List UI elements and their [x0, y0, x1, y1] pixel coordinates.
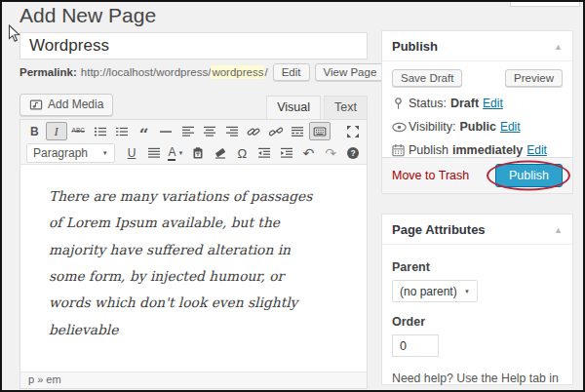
media-icon — [29, 98, 43, 111]
align-left-button[interactable] — [177, 122, 199, 140]
read-more-button[interactable] — [288, 122, 309, 140]
pin-icon — [392, 97, 409, 110]
editor-content[interactable]: There are many variations of passages of… — [20, 165, 367, 372]
collapse-toggle-icon[interactable]: ▲ — [554, 42, 563, 52]
chevron-down-icon: ▼ — [177, 150, 183, 156]
edit-visibility-link[interactable]: Edit — [500, 120, 521, 134]
tab-text[interactable]: Text — [324, 96, 368, 119]
help-note: Need help? Use the Help tab in the upper… — [392, 370, 563, 392]
media-row: Add Media Visual Text — [20, 92, 368, 119]
underline-button[interactable]: U — [121, 144, 142, 163]
paragraph-format-select[interactable]: Paragraph▼ — [26, 143, 115, 163]
visibility-value: Public — [459, 120, 496, 134]
numbered-list-button[interactable] — [112, 122, 134, 140]
page-attributes-panel: Page Attributes ▲ Parent (no parent) ▼ O… — [381, 214, 573, 385]
bold-button[interactable]: B — [24, 122, 46, 140]
text-color-button[interactable]: A▼ — [166, 144, 187, 163]
status-value: Draft — [450, 97, 479, 110]
bulleted-list-button[interactable] — [90, 122, 111, 140]
link-button[interactable] — [244, 122, 265, 140]
order-input[interactable] — [392, 334, 439, 357]
publish-panel-title: Publish — [392, 39, 438, 54]
collapse-toggle-icon[interactable]: ▲ — [554, 225, 563, 235]
indent-button[interactable] — [276, 144, 297, 163]
editor-toolbar-row2: Paragraph▼UA▼Ω↶↷? — [20, 142, 367, 165]
fullscreen-button[interactable] — [342, 122, 364, 140]
wordpress-add-page-screen: Add New Page Permalink: http://localhost… — [0, 0, 585, 392]
add-media-button[interactable]: Add Media — [20, 94, 113, 116]
cutoff-panel-top — [510, 2, 580, 7]
permalink-label: Permalink: — [20, 66, 77, 78]
edit-permalink-button[interactable]: Edit — [273, 63, 310, 81]
help-button[interactable]: ? — [342, 144, 364, 163]
redo-button[interactable]: ↷ — [320, 144, 341, 163]
publish-panel-header: Publish ▲ — [382, 31, 572, 61]
parent-select-value: (no parent) — [400, 285, 457, 298]
justify-button[interactable] — [143, 144, 165, 163]
paste-as-text-button[interactable] — [187, 144, 209, 163]
visibility-row: Visibility: Public Edit — [392, 120, 563, 134]
save-draft-button[interactable]: Save Draft — [392, 69, 462, 87]
outdent-button[interactable] — [254, 144, 275, 163]
editor-status-bar: p » em — [20, 372, 367, 388]
eye-icon — [392, 122, 409, 133]
schedule-label: Publish — [409, 143, 448, 157]
page-title: Add New Page — [20, 4, 156, 27]
editor-paragraph: There are many variations of passages of… — [49, 183, 330, 343]
permalink-url: http://localhost/wordpress/wordpress/ — [81, 66, 268, 78]
page-attributes-title: Page Attributes — [392, 222, 486, 237]
status-row: Status: Draft Edit — [392, 97, 563, 110]
align-center-button[interactable] — [200, 122, 221, 140]
remove-formatting-button[interactable] — [210, 144, 231, 163]
visibility-label: Visibility: — [409, 120, 455, 134]
parent-label: Parent — [392, 260, 563, 274]
calendar-icon — [392, 143, 409, 157]
chevron-down-icon: ▼ — [102, 150, 108, 156]
chevron-down-icon: ▼ — [464, 289, 470, 294]
page-title-input[interactable] — [20, 32, 368, 59]
permalink-slug: wordpress — [211, 65, 264, 79]
undo-button[interactable]: ↶ — [298, 144, 320, 163]
unlink-button[interactable] — [265, 122, 287, 140]
publish-panel: Publish ▲ Save Draft Preview Status: Dra… — [381, 30, 573, 194]
view-page-button[interactable]: View Page — [315, 63, 386, 81]
mouse-cursor-icon — [8, 24, 20, 43]
toolbar-toggle-button[interactable] — [309, 122, 331, 140]
element-path: p » em — [28, 373, 61, 385]
preview-button[interactable]: Preview — [505, 69, 563, 87]
edit-schedule-link[interactable]: Edit — [526, 143, 547, 157]
tab-visual[interactable]: Visual — [266, 96, 321, 119]
special-character-button[interactable]: Ω — [232, 144, 254, 163]
order-label: Order — [392, 315, 563, 329]
publish-footer: Move to Trash Publish — [382, 157, 572, 193]
italic-button[interactable]: I — [46, 122, 67, 140]
editor-mode-tabs: Visual Text — [263, 96, 368, 119]
edit-status-link[interactable]: Edit — [483, 97, 503, 110]
page-attributes-header: Page Attributes ▲ — [382, 215, 572, 245]
editor: BIABC“ Paragraph▼UA▼Ω↶↷? There are many … — [20, 119, 368, 389]
paragraph-format-value: Paragraph — [33, 146, 88, 160]
strikethrough-button[interactable]: ABC — [68, 122, 90, 140]
schedule-row: Publish immediately Edit — [392, 143, 563, 157]
svg-text:?: ? — [350, 148, 355, 158]
parent-select[interactable]: (no parent) ▼ — [392, 280, 478, 302]
schedule-value: immediately — [452, 143, 523, 157]
move-to-trash-link[interactable]: Move to Trash — [392, 169, 469, 182]
editor-toolbar-row1: BIABC“ — [20, 120, 367, 142]
status-label: Status: — [409, 97, 447, 110]
add-media-label: Add Media — [48, 98, 103, 111]
horizontal-rule-button[interactable] — [156, 122, 177, 140]
permalink-row: Permalink: http://localhost/wordpress/wo… — [20, 63, 368, 81]
align-right-button[interactable] — [221, 122, 243, 140]
blockquote-button[interactable]: “ — [134, 122, 155, 140]
publish-button[interactable]: Publish — [495, 164, 563, 187]
